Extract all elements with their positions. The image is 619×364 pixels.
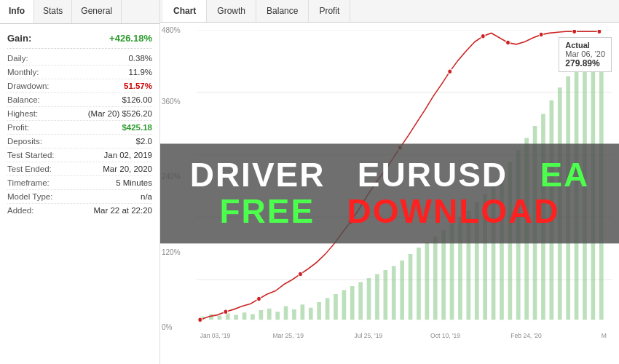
svg-text:Mar 25, '19: Mar 25, '19 — [273, 332, 304, 340]
tooltip-date: Mar 06, '20 — [565, 50, 605, 58]
left-tab-bar: Info Stats General — [0, 0, 159, 24]
banner-line1: DRIVER EURUSD EA — [190, 157, 590, 194]
y-label-0: 0% — [162, 323, 172, 331]
tooltip-actual: Actual — [565, 41, 605, 50]
svg-rect-18 — [309, 308, 313, 320]
tab-general[interactable]: General — [72, 0, 122, 23]
row-timeframe: Timeframe: 5 Minutes — [7, 176, 152, 190]
tooltip-value: 279.89% — [565, 58, 605, 68]
test-started-label: Test Started: — [7, 151, 55, 159]
profit-value: $425.18 — [122, 123, 152, 132]
svg-rect-23 — [350, 286, 355, 320]
svg-point-64 — [572, 30, 577, 34]
chart-area: 480% 360% 240% 120% 0% — [160, 23, 619, 364]
svg-text:Oct 10, '19: Oct 10, '19 — [430, 332, 460, 340]
balance-value: $126.00 — [122, 95, 152, 104]
svg-rect-30 — [409, 254, 413, 320]
chart-tab-balance[interactable]: Balance — [256, 0, 309, 22]
svg-rect-12 — [259, 310, 264, 320]
test-ended-value: Mar 20, 2020 — [103, 165, 152, 173]
row-monthly: Monthly: 11.9% — [7, 66, 152, 79]
row-balance: Balance: $126.00 — [7, 93, 152, 107]
timeframe-label: Timeframe: — [7, 178, 50, 187]
row-test-ended: Test Ended: Mar 20, 2020 — [7, 162, 152, 176]
svg-rect-9 — [234, 315, 238, 320]
deposits-value: $2.0 — [136, 137, 152, 146]
svg-point-60 — [448, 69, 452, 74]
y-label-480: 480% — [162, 26, 181, 34]
svg-rect-11 — [251, 314, 255, 320]
added-label: Added: — [7, 206, 33, 215]
svg-rect-19 — [317, 302, 321, 320]
svg-text:Jul 25, '19: Jul 25, '19 — [355, 332, 383, 340]
chart-tab-profit[interactable]: Profit — [309, 0, 350, 22]
banner-word-ea: EA — [540, 156, 589, 194]
svg-rect-24 — [358, 282, 363, 320]
test-ended-label: Test Ended: — [7, 165, 52, 173]
right-panel: Chart Growth Balance Profit 480% 360% 24… — [160, 0, 619, 364]
svg-rect-33 — [433, 237, 438, 320]
row-test-started: Test Started: Jan 02, 2019 — [7, 149, 152, 162]
gain-label: Gain: — [7, 33, 31, 44]
gain-row: Gain: +426.18% — [7, 30, 152, 49]
svg-rect-26 — [375, 274, 379, 320]
svg-point-57 — [299, 272, 303, 277]
row-highest: Highest: (Mar 20) $526.20 — [7, 107, 152, 121]
y-label-360: 360% — [162, 98, 181, 106]
svg-rect-22 — [342, 290, 347, 320]
tab-stats[interactable]: Stats — [34, 0, 72, 23]
test-started-value: Jan 02, 2019 — [103, 151, 152, 159]
svg-rect-27 — [384, 270, 388, 320]
svg-point-54 — [198, 317, 202, 323]
row-added: Added: Mar 22 at 22:20 — [7, 204, 152, 217]
y-label-120: 120% — [162, 248, 181, 256]
svg-rect-7 — [218, 316, 222, 320]
highest-value: (Mar 20) $526.20 — [88, 109, 152, 118]
tab-info[interactable]: Info — [0, 0, 34, 23]
svg-point-61 — [481, 34, 485, 39]
model-type-value: n/a — [141, 192, 152, 201]
svg-rect-20 — [326, 298, 330, 320]
drawdown-label: Drawdown: — [7, 82, 50, 90]
chart-tab-chart[interactable]: Chart — [163, 0, 207, 22]
row-daily: Daily: 0.38% — [7, 52, 152, 66]
banner-word-free: FREE — [220, 193, 315, 231]
gain-value: +426.18% — [109, 33, 152, 44]
svg-rect-32 — [425, 242, 430, 320]
svg-rect-34 — [441, 230, 446, 320]
info-content: Gain: +426.18% Daily: 0.38% Monthly: 11.… — [0, 24, 159, 364]
svg-rect-16 — [292, 309, 296, 320]
highest-label: Highest: — [7, 109, 38, 118]
svg-rect-14 — [275, 312, 280, 320]
svg-rect-15 — [284, 306, 288, 320]
svg-point-63 — [539, 32, 543, 37]
model-type-label: Model Type: — [7, 192, 52, 201]
svg-rect-29 — [400, 261, 404, 320]
row-model-type: Model Type: n/a — [7, 190, 152, 204]
svg-point-56 — [257, 296, 261, 301]
daily-label: Daily: — [7, 54, 28, 63]
banner-word-driver: DRIVER — [190, 156, 326, 194]
left-panel: Info Stats General Gain: +426.18% Daily:… — [0, 0, 160, 364]
svg-point-62 — [506, 40, 510, 45]
row-deposits: Deposits: $2.0 — [7, 135, 152, 149]
row-drawdown: Drawdown: 51.57% — [7, 79, 152, 93]
chart-tooltip: Actual Mar 06, '20 279.89% — [559, 37, 612, 72]
balance-label: Balance: — [7, 95, 40, 104]
chart-tab-bar: Chart Growth Balance Profit — [160, 0, 619, 23]
chart-tab-growth[interactable]: Growth — [207, 0, 256, 22]
profit-label: Profit: — [7, 123, 29, 132]
svg-text:M: M — [602, 332, 607, 340]
svg-text:Feb 24, '20: Feb 24, '20 — [510, 332, 541, 340]
svg-rect-28 — [392, 266, 396, 320]
monthly-value: 11.9% — [128, 68, 152, 76]
svg-rect-10 — [243, 312, 247, 320]
svg-rect-31 — [417, 248, 421, 320]
added-value: Mar 22 at 22:20 — [93, 206, 152, 215]
banner-word-eurusd: EURUSD — [358, 156, 508, 194]
daily-value: 0.38% — [128, 54, 152, 63]
row-profit: Profit: $425.18 — [7, 121, 152, 135]
svg-rect-25 — [367, 278, 371, 320]
banner-line2: FREE DOWNLOAD — [220, 194, 560, 231]
svg-point-65 — [597, 30, 602, 34]
